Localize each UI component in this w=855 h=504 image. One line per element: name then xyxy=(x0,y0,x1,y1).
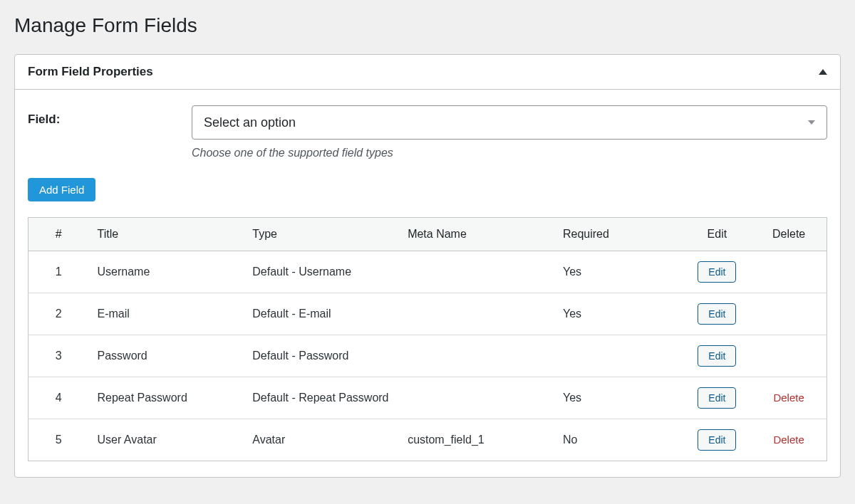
cell-delete: Delete xyxy=(751,419,826,461)
field-label: Field: xyxy=(28,105,177,127)
cell-required: Yes xyxy=(554,377,683,419)
fields-table: # Title Type Meta Name Required Edit Del… xyxy=(28,217,827,461)
cell-title: E-mail xyxy=(89,293,244,335)
cell-edit: Edit xyxy=(683,419,752,461)
panel-body: Field: Select an option Choose one of th… xyxy=(15,90,840,477)
cell-edit: Edit xyxy=(683,293,752,335)
page-title: Manage Form Fields xyxy=(14,14,841,37)
cell-title: User Avatar xyxy=(89,419,244,461)
panel-header-title: Form Field Properties xyxy=(28,65,153,79)
col-header-num: # xyxy=(28,218,89,251)
cell-meta xyxy=(399,377,554,419)
table-row: 5User AvatarAvatarcustom_field_1NoEditDe… xyxy=(28,419,827,461)
cell-num: 1 xyxy=(28,251,89,293)
cell-num: 5 xyxy=(28,419,89,461)
col-header-edit: Edit xyxy=(683,218,752,251)
cell-meta xyxy=(399,251,554,293)
table-row: 1UsernameDefault - UsernameYesEdit xyxy=(28,251,827,293)
edit-button[interactable]: Edit xyxy=(698,429,736,451)
cell-delete xyxy=(751,293,826,335)
edit-button[interactable]: Edit xyxy=(698,261,736,283)
cell-meta xyxy=(399,293,554,335)
cell-delete xyxy=(751,335,826,377)
delete-link[interactable]: Delete xyxy=(773,434,804,446)
cell-meta: custom_field_1 xyxy=(399,419,554,461)
field-control: Select an option Choose one of the suppo… xyxy=(192,105,827,159)
cell-edit: Edit xyxy=(683,251,752,293)
cell-required: Yes xyxy=(554,251,683,293)
cell-type: Default - Repeat Password xyxy=(244,377,399,419)
cell-type: Default - Password xyxy=(244,335,399,377)
cell-type: Default - Username xyxy=(244,251,399,293)
cell-required xyxy=(554,335,683,377)
edit-button[interactable]: Edit xyxy=(698,345,736,367)
col-header-title: Title xyxy=(89,218,244,251)
cell-edit: Edit xyxy=(683,377,752,419)
field-type-select[interactable]: Select an option xyxy=(192,105,827,140)
cell-type: Avatar xyxy=(244,419,399,461)
panel-header[interactable]: Form Field Properties xyxy=(15,55,840,90)
add-field-button[interactable]: Add Field xyxy=(28,178,95,201)
col-header-required: Required xyxy=(554,218,683,251)
field-hint: Choose one of the supported field types xyxy=(192,147,827,159)
table-row: 4Repeat PasswordDefault - Repeat Passwor… xyxy=(28,377,827,419)
field-row: Field: Select an option Choose one of th… xyxy=(28,105,827,159)
cell-required: No xyxy=(554,419,683,461)
cell-num: 3 xyxy=(28,335,89,377)
cell-title: Repeat Password xyxy=(89,377,244,419)
form-field-panel: Form Field Properties Field: Select an o… xyxy=(14,54,841,478)
cell-required: Yes xyxy=(554,293,683,335)
fields-table-wrap: # Title Type Meta Name Required Edit Del… xyxy=(28,217,827,461)
delete-link[interactable]: Delete xyxy=(773,392,804,404)
collapse-icon xyxy=(819,69,827,75)
col-header-delete: Delete xyxy=(751,218,826,251)
col-header-type: Type xyxy=(244,218,399,251)
select-value: Select an option xyxy=(204,115,296,130)
edit-button[interactable]: Edit xyxy=(698,303,736,325)
table-row: 2E-mailDefault - E-mailYesEdit xyxy=(28,293,827,335)
cell-edit: Edit xyxy=(683,335,752,377)
cell-meta xyxy=(399,335,554,377)
edit-button[interactable]: Edit xyxy=(698,387,736,409)
cell-num: 4 xyxy=(28,377,89,419)
cell-delete: Delete xyxy=(751,377,826,419)
cell-num: 2 xyxy=(28,293,89,335)
cell-delete xyxy=(751,251,826,293)
chevron-down-icon xyxy=(808,120,815,125)
table-row: 3PasswordDefault - PasswordEdit xyxy=(28,335,827,377)
table-header-row: # Title Type Meta Name Required Edit Del… xyxy=(28,218,827,251)
cell-title: Password xyxy=(89,335,244,377)
cell-title: Username xyxy=(89,251,244,293)
col-header-meta: Meta Name xyxy=(399,218,554,251)
cell-type: Default - E-mail xyxy=(244,293,399,335)
